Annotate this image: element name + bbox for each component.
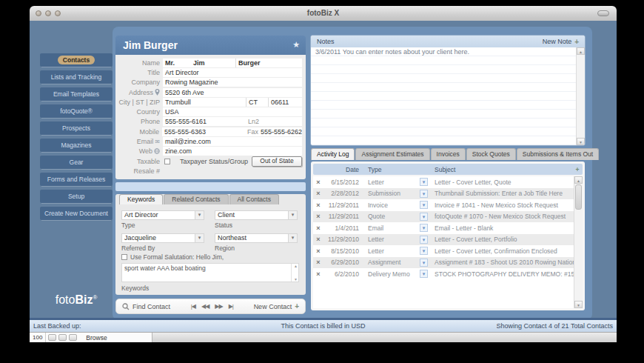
row-dropdown-icon[interactable]: ▾ — [420, 178, 428, 186]
delete-row-icon[interactable]: × — [313, 259, 323, 266]
city-field[interactable]: Trumbull — [163, 98, 246, 107]
zip-field[interactable]: 06611 — [268, 98, 302, 107]
activity-row[interactable]: × 6/2/2010 Delivery Memo ▾ STOCK PHOTOGR… — [313, 268, 574, 280]
toolbar-toggle-button[interactable] — [597, 10, 609, 16]
title-field[interactable]: Art Director — [163, 68, 302, 77]
zoom-in-button[interactable] — [58, 334, 67, 341]
delete-row-icon[interactable]: × — [313, 236, 323, 243]
fax-field[interactable]: 555-555-6262 — [258, 127, 302, 136]
scroll-down-icon[interactable]: ▼ — [574, 301, 583, 308]
activity-tab[interactable]: Submissions & Items Out — [517, 148, 599, 160]
email-field[interactable]: mail@zine.com — [163, 137, 302, 146]
find-contact-label[interactable]: Find Contact — [133, 303, 170, 310]
row-dropdown-icon[interactable]: ▾ — [420, 259, 428, 267]
activity-subject[interactable]: STOCK PHOTOGRAPHY DELIVERY MEMO: #157 - … — [432, 270, 574, 278]
activity-subject[interactable]: Invoice # 1041 - New Mexico Stock Reques… — [432, 202, 574, 209]
textarea-scrollbar[interactable]: ▲ ▼ — [291, 264, 298, 282]
zoom-out-button[interactable] — [48, 334, 56, 341]
phone-field[interactable]: 555-555-6161 — [163, 117, 246, 126]
activity-subject[interactable]: Thumbnail Submission: Enter a Job Title … — [432, 190, 574, 197]
delete-row-icon[interactable]: × — [313, 224, 323, 232]
favorite-star-icon[interactable]: ★ — [292, 40, 300, 50]
company-field[interactable]: Rowing Magazine — [163, 78, 302, 87]
taxable-checkbox[interactable] — [164, 159, 170, 164]
activity-row[interactable]: × 11/29/2010 Letter ▾ Letter - Cover Let… — [313, 234, 574, 246]
sidebar-item[interactable]: Email Templates — [40, 87, 113, 101]
row-dropdown-icon[interactable]: ▾ — [420, 201, 428, 209]
previous-record-icon[interactable]: ◀◀ — [201, 303, 209, 310]
region-dropdown[interactable]: Northeast ▾ — [215, 233, 298, 243]
delete-row-icon[interactable]: × — [313, 190, 323, 197]
activity-subject[interactable]: fotoQuote # 1070 - New Mexico Stock Requ… — [432, 213, 574, 220]
delete-row-icon[interactable]: × — [313, 202, 323, 209]
type-dropdown[interactable]: Art Director ▾ — [121, 210, 204, 220]
activity-tab[interactable]: Activity Log — [311, 148, 355, 160]
activity-row[interactable]: × 6/15/2012 Letter ▾ Letter - Cover Lett… — [313, 176, 574, 188]
activity-subject[interactable]: Email - Letter - Blank — [432, 224, 574, 232]
sidebar-item[interactable]: Setup — [40, 190, 113, 203]
scroll-up-icon[interactable]: ▲ — [577, 47, 585, 55]
new-contact-label[interactable]: New Contact — [254, 303, 292, 310]
next-record-icon[interactable]: ▶▶ — [215, 303, 222, 310]
sidebar-item[interactable]: Create New Document — [40, 207, 113, 220]
state-field[interactable]: CT — [246, 98, 268, 107]
taxpayer-group-button[interactable]: Out of State — [252, 156, 302, 167]
activity-scrollbar[interactable]: ▲ ▼ — [574, 176, 583, 308]
scroll-down-icon[interactable]: ▼ — [294, 277, 298, 282]
row-dropdown-icon[interactable]: ▾ — [420, 270, 428, 278]
country-field[interactable]: USA — [163, 107, 302, 116]
keywords-tab[interactable]: Related Contacts — [164, 194, 228, 204]
activity-row[interactable]: × 6/29/2010 Assignment ▾ Assignment # 18… — [313, 257, 574, 269]
subject-column-header[interactable]: Subject — [432, 166, 572, 173]
activity-subject[interactable]: Letter - Cover Letter, Portfolio — [432, 236, 574, 243]
activity-subject[interactable]: Assignment # 183 - Shoot US 2010 Rowing … — [432, 259, 574, 266]
keywords-tab[interactable]: Keywords — [119, 194, 163, 204]
row-dropdown-icon[interactable]: ▾ — [420, 247, 428, 255]
referred-by-dropdown[interactable]: Jacqueline ▾ — [121, 233, 204, 243]
chevron-down-icon[interactable]: ▾ — [288, 211, 297, 219]
delete-row-icon[interactable]: × — [313, 270, 323, 278]
activity-row[interactable]: × 11/29/2011 Quote ▾ fotoQuote # 1070 - … — [313, 211, 574, 223]
formal-salutation-checkbox[interactable] — [121, 254, 127, 260]
globe-icon[interactable] — [154, 148, 160, 154]
status-dropdown[interactable]: Client ▾ — [215, 210, 298, 220]
first-name-field[interactable]: Jim — [191, 59, 235, 67]
row-dropdown-icon[interactable]: ▾ — [420, 224, 428, 232]
mobile-field[interactable]: 555-555-6363 — [162, 127, 245, 136]
activity-subject[interactable]: Letter - Cover Letter, Confirmation Encl… — [432, 247, 574, 255]
row-dropdown-icon[interactable]: ▾ — [420, 190, 428, 198]
prefix-field[interactable]: Mr. — [163, 59, 191, 67]
sidebar-item[interactable]: Forms and Releases — [40, 173, 113, 186]
sidebar-item[interactable]: fotoQuote® — [40, 104, 113, 118]
new-note-plus-icon[interactable]: + — [574, 38, 579, 46]
first-record-icon[interactable]: |◀ — [191, 303, 195, 310]
search-icon[interactable] — [122, 303, 130, 310]
delete-row-icon[interactable]: × — [313, 213, 323, 220]
sidebar-item[interactable]: Magazines — [40, 139, 113, 152]
address-field[interactable]: 5520 6th Ave — [163, 88, 302, 97]
notes-scrollbar[interactable]: ▲ ▼ — [576, 47, 585, 145]
type-column-header[interactable]: Type — [366, 166, 420, 173]
activity-tab[interactable]: Assignment Estimates — [355, 148, 429, 160]
scroll-up-icon[interactable]: ▲ — [574, 176, 583, 184]
activity-row[interactable]: × 2/28/2012 Submission ▾ Thumbnail Submi… — [313, 188, 574, 200]
envelope-icon[interactable]: ✉ — [155, 139, 160, 145]
keywords-tab[interactable]: All Contacts — [229, 194, 279, 204]
sidebar-item[interactable]: Gear — [40, 156, 113, 169]
last-record-icon[interactable]: ▶| — [229, 303, 233, 310]
new-contact-plus-icon[interactable]: + — [295, 302, 299, 310]
row-dropdown-icon[interactable]: ▾ — [420, 213, 428, 221]
sidebar-item[interactable]: Lists and Tracking — [40, 70, 113, 84]
web-field[interactable]: zine.com — [163, 147, 302, 156]
scroll-down-icon[interactable]: ▼ — [577, 138, 585, 145]
sidebar-item[interactable]: Contacts — [40, 53, 113, 67]
zoom-level[interactable]: 100 — [30, 333, 46, 342]
chevron-down-icon[interactable]: ▾ — [288, 234, 297, 242]
scrollbar-thumb[interactable] — [575, 184, 582, 210]
activity-tab[interactable]: Invoices — [431, 148, 466, 160]
activity-row[interactable]: × 1/4/2011 Email ▾ Email - Letter - Blan… — [313, 222, 574, 234]
resale-field[interactable] — [163, 167, 302, 176]
activity-row[interactable]: × 8/15/2010 Letter ▾ Letter - Cover Lett… — [313, 245, 574, 257]
activity-subject[interactable]: Letter - Cover Letter, Quote — [432, 179, 574, 186]
activity-row[interactable]: × 11/29/2011 Invoice ▾ Invoice # 1041 - … — [313, 199, 574, 211]
